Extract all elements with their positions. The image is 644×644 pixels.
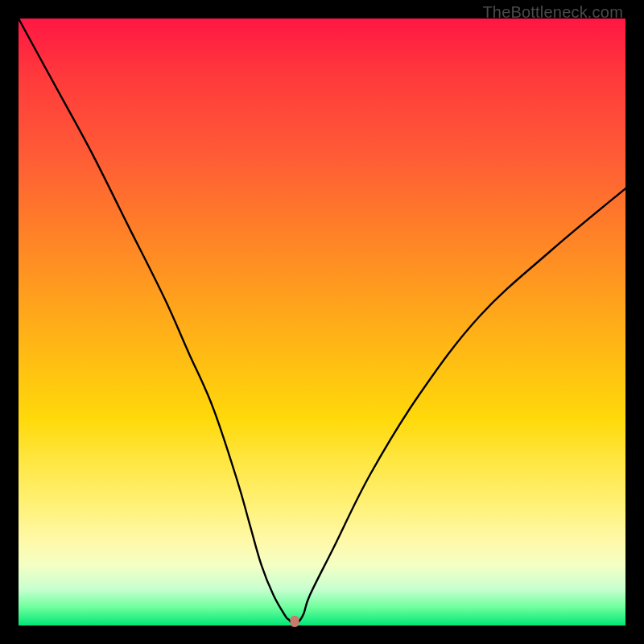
- optimum-marker: [291, 616, 299, 627]
- bottleneck-curve: [19, 19, 625, 623]
- plot-area: [19, 19, 625, 625]
- curve-svg: [19, 19, 625, 625]
- watermark-text: TheBottleneck.com: [482, 3, 623, 22]
- chart-frame: TheBottleneck.com: [0, 0, 644, 644]
